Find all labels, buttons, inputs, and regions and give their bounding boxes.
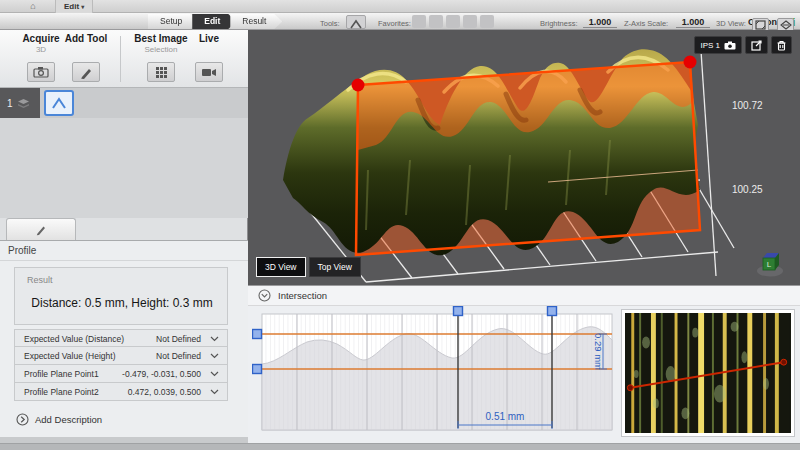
microscope-image — [625, 313, 791, 433]
home-icon[interactable]: ⌂ — [22, 0, 44, 13]
layers-icon — [17, 98, 30, 109]
chevron-down-icon[interactable] — [210, 336, 219, 342]
scene-3d — [248, 30, 800, 285]
brightness-label: Brightness: — [540, 19, 578, 28]
layer-row: 1 — [0, 88, 248, 118]
frame-icon — [755, 20, 766, 30]
expand-circle-icon — [16, 413, 29, 426]
favorite-slot — [463, 15, 477, 28]
edit-export-icon — [751, 40, 762, 51]
status-strip — [0, 443, 800, 450]
z-axis-label-bottom: 100.25 — [732, 184, 776, 195]
distance-handle-left[interactable] — [454, 307, 463, 316]
3d-view-label: 3D View: — [716, 19, 746, 28]
row-plane-point2[interactable]: Profile Plane Point2 0.472, 0.039, 0.500 — [14, 383, 228, 401]
intersection-header[interactable]: Intersection — [248, 286, 800, 306]
height-value-label: 0.29 mm — [593, 333, 604, 370]
row-expected-height[interactable]: Expected Value (Height) Not Defined — [14, 347, 228, 365]
zaxis-scale-value-field[interactable]: 1.000 — [676, 17, 710, 28]
profile-caret-icon — [50, 96, 68, 110]
chevron-down-icon[interactable] — [210, 389, 219, 395]
tab-setup[interactable]: Setup — [148, 14, 198, 29]
ips-capture-button[interactable]: IPS 1 — [694, 36, 742, 54]
main-toolbar: Setup Edit Result Tools: Favorites: Brig… — [0, 13, 800, 30]
titlebar: ⌂ Edit ▾ — [0, 0, 800, 13]
top-view-image[interactable] — [622, 310, 794, 436]
tool-list-area[interactable] — [0, 118, 248, 218]
row-plane-point1[interactable]: Profile Plane Point1 -0.479, -0.031, 0.5… — [14, 365, 228, 383]
diamond-icon — [780, 20, 792, 30]
distance-handle-right[interactable] — [548, 307, 557, 316]
titlebar-edit-label: Edit — [64, 2, 79, 11]
profile-line-start[interactable] — [627, 385, 633, 391]
row-label: Profile Plane Point2 — [24, 387, 99, 397]
add-description-button[interactable]: Add Description — [16, 413, 102, 426]
video-camera-icon — [201, 67, 217, 78]
mode-tabs: Setup Edit Result — [148, 14, 276, 29]
edit-profile-tab[interactable] — [6, 218, 76, 240]
property-rows: Expected Value (Distance) Not Defined Ex… — [14, 329, 228, 401]
row-value: Not Defined — [156, 334, 201, 344]
tab-edit[interactable]: Edit — [192, 14, 236, 29]
plane-endpoint-left[interactable] — [352, 79, 365, 92]
chevron-down-icon[interactable] — [210, 353, 219, 359]
favorite-slot — [480, 15, 494, 28]
z-axis-label-top: 100.72 — [732, 100, 776, 111]
orientation-face-label: L — [767, 260, 772, 269]
favorite-slot — [412, 15, 426, 28]
zaxis-scale-label: Z-Axis Scale: — [624, 19, 668, 28]
layer-tab-1[interactable]: 1 — [0, 88, 40, 118]
profile-line-end[interactable] — [781, 359, 787, 365]
export-button[interactable] — [745, 36, 768, 54]
profile-panel-title: Profile — [8, 245, 36, 256]
row-value: -0.479, -0.031, 0.500 — [122, 369, 201, 379]
profile-panel: Profile Result Distance: 0.5 mm, Height:… — [0, 240, 248, 437]
viewport-3d[interactable]: IPS 1 100.72 100.25 3D View Top View L — [248, 30, 800, 285]
grid-icon — [155, 66, 168, 79]
pencil-icon — [35, 224, 47, 236]
best-image-button[interactable] — [147, 62, 175, 82]
result-value: Distance: 0.5 mm, Height: 0.3 mm — [15, 296, 229, 310]
profile-caret-icon — [347, 18, 365, 30]
intersection-title: Intersection — [278, 290, 327, 301]
height-handle-bottom[interactable] — [253, 365, 262, 374]
orientation-widget[interactable]: L — [750, 249, 790, 283]
row-value: Not Defined — [156, 351, 201, 361]
brightness-value-field[interactable]: 1.000 — [583, 17, 617, 28]
result-label: Result — [27, 275, 53, 285]
tools-label: Tools: — [320, 19, 340, 28]
plane-endpoint-right[interactable] — [684, 56, 697, 69]
left-panel: Acquire 3D Add Tool Best Image Selection… — [0, 30, 248, 437]
tab-result[interactable]: Result — [230, 14, 282, 29]
chevron-down-icon[interactable] — [210, 371, 219, 377]
live-button[interactable] — [195, 62, 223, 82]
profile-tool-selected[interactable] — [44, 90, 74, 116]
divider — [0, 260, 248, 261]
profile-tool-button[interactable] — [346, 15, 366, 29]
top-view-button[interactable]: Top View — [309, 257, 361, 277]
profile-graph[interactable]: 0.51 mm 0.29 mm — [252, 306, 617, 439]
acquire-subtitle: 3D — [11, 45, 71, 54]
row-label: Expected Value (Distance) — [24, 334, 124, 344]
distance-value-label: 0.51 mm — [486, 411, 525, 422]
favorite-slot — [446, 15, 460, 28]
3d-view-button[interactable]: 3D View — [256, 257, 306, 277]
result-box: Result Distance: 0.5 mm, Height: 0.3 mm — [14, 267, 228, 325]
camera-icon — [724, 41, 736, 50]
delete-button[interactable] — [771, 36, 792, 54]
live-title: Live — [184, 33, 234, 44]
row-label: Profile Plane Point1 — [24, 369, 99, 379]
camera-icon — [33, 66, 49, 78]
acquire-3d-button[interactable] — [27, 62, 55, 82]
ips-label: IPS 1 — [700, 41, 720, 50]
titlebar-edit-tab[interactable]: Edit ▾ — [55, 0, 93, 13]
add-description-label: Add Description — [35, 414, 102, 425]
layer-index: 1 — [7, 98, 13, 109]
favorites-label: Favorites: — [378, 19, 411, 28]
pencil-icon — [79, 66, 93, 79]
collapse-circle-icon[interactable] — [258, 289, 271, 302]
height-handle-top[interactable] — [253, 330, 262, 339]
row-expected-distance[interactable]: Expected Value (Distance) Not Defined — [14, 329, 228, 347]
add-tool-button[interactable] — [72, 62, 100, 82]
best-image-subtitle: Selection — [126, 45, 196, 54]
